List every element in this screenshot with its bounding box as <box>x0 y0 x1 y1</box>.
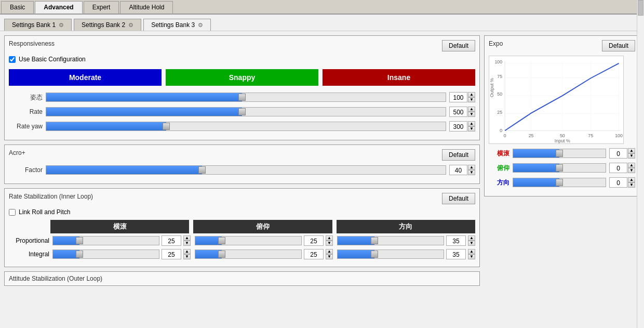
expo-pitch-down[interactable]: ▼ <box>628 168 635 173</box>
rate-spin-down[interactable]: ▼ <box>468 112 475 117</box>
prop-yaw-up[interactable]: ▲ <box>468 235 475 241</box>
expo-roll-slider[interactable] <box>513 149 606 158</box>
proportional-sliders: 25 ▲ ▼ 25 ▲ ▼ <box>52 235 475 246</box>
rate-yaw-value-box: 300 ▲ ▼ <box>449 121 475 132</box>
use-basic-checkbox[interactable] <box>9 56 16 63</box>
acro-default-button[interactable]: Default <box>442 149 475 161</box>
svg-text:Output %: Output % <box>489 78 494 97</box>
tab-altitude-hold[interactable]: Altitude Hold <box>120 1 173 14</box>
rate-yaw-label: Rate yaw <box>9 123 43 130</box>
scrollbar-thumb[interactable] <box>638 0 643 16</box>
rate-spin-up[interactable]: ▲ <box>468 107 475 112</box>
int-pitch-down[interactable]: ▼ <box>326 254 333 259</box>
proportional-yaw-slider[interactable] <box>337 236 444 245</box>
expo-yaw-slider[interactable] <box>513 178 606 187</box>
factor-value-box: 40 ▲ ▼ <box>449 165 475 175</box>
expo-yaw-down[interactable]: ▼ <box>628 182 635 188</box>
proportional-yaw-value[interactable]: 35 <box>446 235 466 246</box>
rate-yaw-spin-up[interactable]: ▲ <box>468 121 475 126</box>
factor-spin-up[interactable]: ▲ <box>468 165 475 170</box>
integral-yaw-slider[interactable] <box>337 250 444 259</box>
expo-yaw-up[interactable]: ▲ <box>628 177 635 182</box>
svg-text:75: 75 <box>588 133 593 138</box>
int-yaw-down[interactable]: ▼ <box>468 254 475 259</box>
rate-yaw-slider[interactable] <box>46 122 446 131</box>
factor-spin-down[interactable]: ▼ <box>468 170 475 175</box>
prop-roll-down[interactable]: ▼ <box>183 241 191 246</box>
rate-yaw-slider-row: Rate yaw 300 ▲ ▼ <box>9 121 475 132</box>
factor-label: Factor <box>9 166 43 174</box>
attitude-spin-down[interactable]: ▼ <box>468 97 475 102</box>
svg-text:100: 100 <box>615 133 623 138</box>
expo-yaw-spin: ▲ ▼ <box>628 177 635 188</box>
link-roll-pitch-checkbox[interactable] <box>9 209 16 216</box>
int-yaw-up[interactable]: ▲ <box>468 249 475 254</box>
attitude-value-box: 100 ▲ ▼ <box>449 92 475 102</box>
integral-roll-item: 25 ▲ ▼ <box>52 249 191 259</box>
rate-stab-header: Rate Stabilization (Inner Loop) Default <box>9 193 475 204</box>
integral-roll-spin: ▲ ▼ <box>183 249 191 259</box>
svg-text:50: 50 <box>497 91 502 97</box>
responsiveness-default-button[interactable]: Default <box>442 40 475 51</box>
prop-yaw-down[interactable]: ▼ <box>468 241 475 246</box>
prop-roll-up[interactable]: ▲ <box>183 235 191 241</box>
rate-value[interactable]: 500 <box>449 107 467 117</box>
expo-roll-row: 横滚 0 ▲ ▼ <box>489 148 635 159</box>
expo-pitch-slider[interactable] <box>513 163 606 173</box>
vertical-scrollbar[interactable] <box>637 0 644 328</box>
expo-pitch-up[interactable]: ▲ <box>628 163 635 168</box>
factor-value[interactable]: 40 <box>449 165 467 175</box>
tab-basic[interactable]: Basic <box>1 1 34 14</box>
proportional-roll-value[interactable]: 25 <box>162 235 181 246</box>
prop-pitch-down[interactable]: ▼ <box>326 241 333 246</box>
integral-yaw-value[interactable]: 35 <box>446 249 466 259</box>
rate-yaw-value[interactable]: 300 <box>449 121 467 132</box>
integral-pitch-slider[interactable] <box>195 250 302 259</box>
preset-snappy-button[interactable]: Snappy <box>166 69 318 86</box>
prop-pitch-up[interactable]: ▲ <box>326 235 333 241</box>
rate-stab-default-button[interactable]: Default <box>442 193 475 204</box>
int-roll-down[interactable]: ▼ <box>183 254 191 259</box>
expo-chart-svg: 0 25 50 75 100 0 25 50 75 100 Output % I… <box>489 56 623 143</box>
proportional-pitch-slider[interactable] <box>195 236 302 245</box>
int-pitch-up[interactable]: ▲ <box>326 249 333 254</box>
factor-slider[interactable] <box>46 165 446 175</box>
tab-bank1[interactable]: Settings Bank 1 ⚙ <box>4 19 72 31</box>
attitude-slider[interactable] <box>46 93 446 102</box>
rate-yaw-spin-down[interactable]: ▼ <box>468 126 475 132</box>
preset-moderate-button[interactable]: Moderate <box>9 69 162 86</box>
expo-yaw-value[interactable]: 0 <box>609 177 627 188</box>
expo-pitch-value[interactable]: 0 <box>609 163 627 173</box>
attitude-spin-up[interactable]: ▲ <box>468 92 475 97</box>
gear-icon-bank2: ⚙ <box>128 22 133 29</box>
rate-spin: ▲ ▼ <box>468 107 475 117</box>
expo-section: Expo Default 0 25 50 75 100 0 25 <box>484 35 640 196</box>
tab-bank3[interactable]: Settings Bank 3 ⚙ <box>143 19 211 31</box>
expo-sliders: 横滚 0 ▲ ▼ 俯仰 <box>489 148 635 188</box>
expo-pitch-label: 俯仰 <box>489 164 509 173</box>
integral-roll-slider[interactable] <box>52 250 159 259</box>
expo-default-button[interactable]: Default <box>602 40 635 51</box>
integral-roll-value[interactable]: 25 <box>162 249 181 259</box>
expo-roll-value[interactable]: 0 <box>609 148 627 159</box>
acro-section: Acro+ Default Factor 40 ▲ ▼ <box>4 145 480 184</box>
expo-header: Expo Default <box>489 40 635 51</box>
proportional-pitch-value[interactable]: 25 <box>304 235 324 246</box>
int-roll-up[interactable]: ▲ <box>183 249 191 254</box>
tab-advanced[interactable]: Advanced <box>35 1 82 14</box>
tab-bank2[interactable]: Settings Bank 2 ⚙ <box>74 19 141 31</box>
attitude-value[interactable]: 100 <box>449 92 467 102</box>
expo-roll-up[interactable]: ▲ <box>628 148 635 153</box>
integral-row: Integral 25 ▲ ▼ <box>9 249 475 259</box>
proportional-label: Proportional <box>9 237 49 244</box>
svg-text:0: 0 <box>500 128 502 133</box>
tab-expert[interactable]: Expert <box>84 1 119 14</box>
svg-text:100: 100 <box>494 59 502 64</box>
proportional-roll-slider[interactable] <box>52 236 159 245</box>
preset-insane-button[interactable]: Insane <box>323 69 475 86</box>
rate-slider[interactable] <box>46 107 446 116</box>
expo-roll-down[interactable]: ▼ <box>628 153 635 159</box>
use-basic-label: Use Basic Configuration <box>19 56 86 63</box>
integral-pitch-value[interactable]: 25 <box>304 249 324 259</box>
bank-tab-bar: Settings Bank 1 ⚙ Settings Bank 2 ⚙ Sett… <box>0 15 644 31</box>
